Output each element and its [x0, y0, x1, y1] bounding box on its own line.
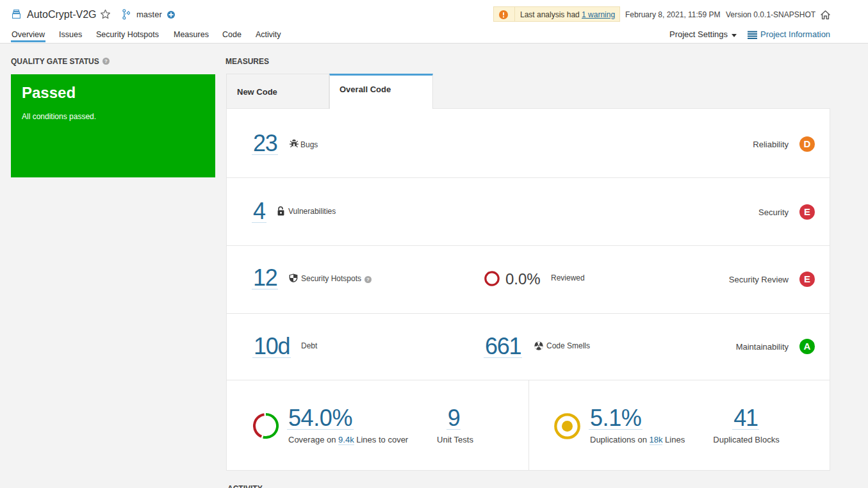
- svg-text:?: ?: [104, 58, 108, 64]
